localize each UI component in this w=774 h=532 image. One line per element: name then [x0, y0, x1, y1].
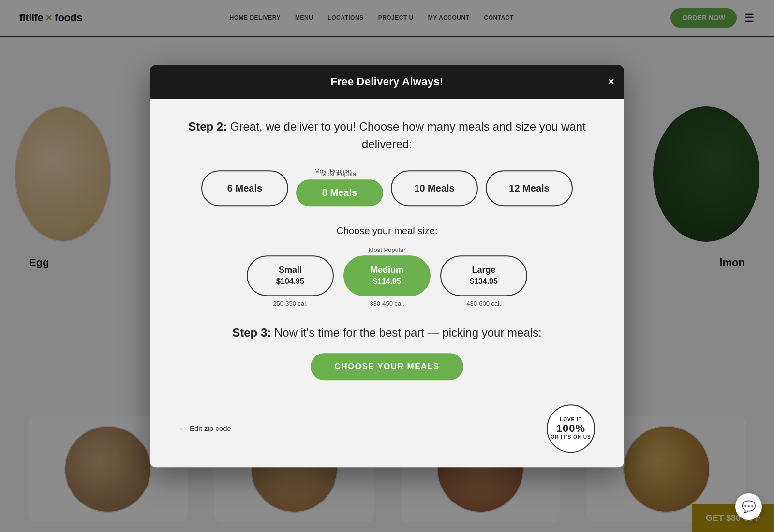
step3-section: Step 3: Now it's time for the best part …	[179, 324, 595, 380]
step3-text: Now it's time for the best part — pickin…	[271, 326, 541, 339]
meal-count-wrapper: Most Popular 6 Meals Most Popular 8 Meal…	[179, 167, 595, 206]
edit-zip-label: Edit zip code	[190, 424, 231, 432]
chat-bubble-button[interactable]: 💬	[735, 493, 762, 520]
size-most-popular-label: Most Popular	[369, 246, 406, 253]
size-large-calories: 430-600 cal.	[466, 300, 501, 307]
back-arrow-icon: ←	[179, 424, 187, 433]
meal-buttons-group: 6 Meals Most Popular 8 Meals 10 Meals 12…	[201, 170, 573, 206]
meal-btn-8[interactable]: 8 Meals	[296, 179, 383, 206]
size-large-wrapper: Large$134.95 430-600 cal.	[440, 255, 527, 307]
step2-bold: Step 2:	[188, 120, 227, 133]
modal-close-button[interactable]: ×	[608, 76, 614, 87]
modal-dialog: Free Delivery Always! × Step 2: Great, w…	[150, 65, 624, 467]
meal-most-popular-label: Most Popular	[314, 167, 352, 175]
meal-btn-6[interactable]: 6 Meals	[201, 170, 288, 206]
choose-meals-button[interactable]: CHOOSE YOUR MEALS	[311, 353, 464, 380]
chat-icon: 💬	[742, 500, 756, 514]
meal-size-section: Choose your meal size: Small$104.95 250-…	[179, 225, 595, 307]
size-medium-calories: 330-450 cal.	[370, 300, 404, 307]
meal-btn-12[interactable]: 12 Meals	[486, 170, 573, 206]
edit-zip-link[interactable]: ← Edit zip code	[179, 424, 231, 433]
love-it-percent: 100%	[556, 423, 585, 434]
size-small-calories: 250-350 cal.	[273, 300, 308, 307]
size-buttons-wrapper: Small$104.95 250-350 cal. Most Popular M…	[179, 246, 595, 307]
step2-heading: Step 2: Great, we deliver to you! Choose…	[179, 118, 595, 153]
modal-body: Step 2: Great, we deliver to you! Choose…	[150, 99, 624, 404]
size-btn-large[interactable]: Large$134.95	[440, 255, 527, 296]
step2-text: Great, we deliver to you! Choose how man…	[227, 120, 586, 150]
size-btn-small[interactable]: Small$104.95	[247, 255, 334, 296]
meal-size-heading: Choose your meal size:	[179, 225, 595, 236]
modal-title: Free Delivery Always!	[331, 75, 444, 88]
meal-btn-8-wrapper: Most Popular 8 Meals	[296, 170, 383, 206]
love-it-line2: OR IT'S ON US	[551, 434, 591, 441]
modal-header: Free Delivery Always! ×	[150, 65, 624, 99]
meal-count-section: Most Popular 6 Meals Most Popular 8 Meal…	[179, 167, 595, 206]
step3-bold: Step 3:	[232, 326, 271, 339]
size-medium-wrapper: Most Popular Medium$114.95 330-450 cal.	[343, 246, 431, 307]
modal-footer: ← Edit zip code LOVE IT 100% OR IT'S ON …	[150, 404, 624, 467]
size-small-wrapper: Small$104.95 250-350 cal.	[247, 255, 334, 307]
size-buttons-group: Small$104.95 250-350 cal. Most Popular M…	[247, 246, 527, 307]
step3-heading: Step 3: Now it's time for the best part …	[179, 324, 595, 341]
meal-btn-10[interactable]: 10 Meals	[391, 170, 478, 206]
love-it-badge: LOVE IT 100% OR IT'S ON US	[547, 404, 595, 453]
size-btn-medium[interactable]: Medium$114.95	[343, 255, 431, 296]
